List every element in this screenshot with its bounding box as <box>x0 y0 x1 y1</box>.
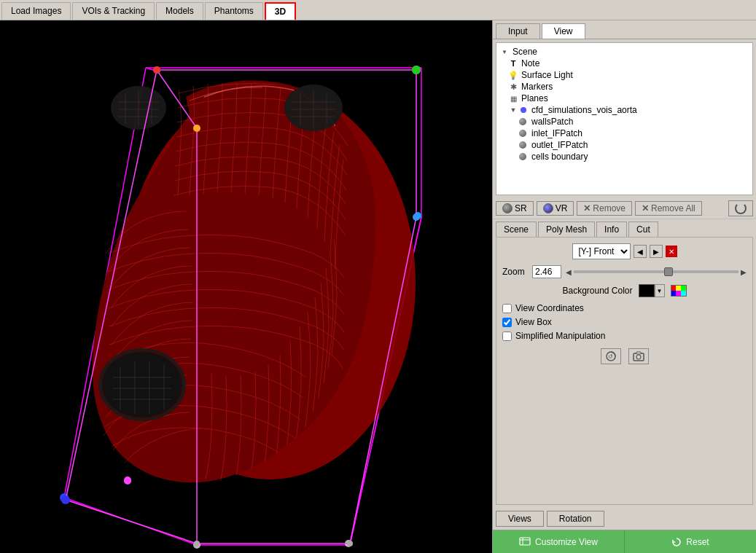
customize-view-button[interactable]: Customize View <box>493 530 625 553</box>
svg-point-57 <box>194 541 200 546</box>
walls-sphere-icon <box>519 118 526 125</box>
svg-rect-63 <box>636 352 641 354</box>
sr-button[interactable]: SR <box>496 201 534 216</box>
viewport-content <box>0 20 492 553</box>
view-box-checkbox[interactable] <box>502 318 512 327</box>
views-button[interactable]: Views <box>496 511 544 527</box>
reset-orientation-icon: ↺ <box>604 350 617 362</box>
cfd-dot-icon <box>521 107 526 113</box>
planes-icon: ▦ <box>508 93 518 103</box>
customize-icon <box>519 537 531 547</box>
tree-item-planes[interactable]: ▦ Planes <box>508 93 749 104</box>
icon-row: ↺ <box>502 348 747 364</box>
vr-button[interactable]: VR <box>537 201 574 216</box>
action-bar: Customize View Reset <box>493 530 756 553</box>
note-icon: T <box>508 58 518 68</box>
rotation-button[interactable]: Rotation <box>547 511 604 527</box>
remove-button[interactable]: ✕ Remove <box>577 201 632 216</box>
snapshot-button[interactable] <box>628 348 649 364</box>
view-coordinates-row: View Coordinates <box>502 303 747 313</box>
view-controls-panel: [Y-] Front[Y+] Back[X-] Left[X+] Right[Z… <box>496 237 753 505</box>
reset-orientation-button[interactable]: ↺ <box>601 348 621 364</box>
remove-all-x-icon: ✕ <box>642 203 649 213</box>
scene-root[interactable]: ▼ Scene <box>499 46 749 58</box>
svg-point-20 <box>102 352 182 417</box>
tree-item-cells-boundary[interactable]: cells boundary <box>517 151 749 162</box>
lower-tab-scene[interactable]: Scene <box>496 221 537 237</box>
markers-icon: ✱ <box>508 82 518 92</box>
refresh-button[interactable] <box>728 200 753 216</box>
zoom-row: Zoom ◀ ▶ <box>502 265 747 278</box>
reset-icon <box>671 537 682 547</box>
cells-sphere-icon <box>519 153 526 160</box>
tab-load-images[interactable]: Load Images <box>1 2 71 20</box>
lower-tab-bar: Scene Poly Mesh Info Cut <box>493 219 756 237</box>
next-view-button[interactable]: ▶ <box>650 245 663 258</box>
lower-tab-info[interactable]: Info <box>596 221 627 237</box>
view-coordinates-label: View Coordinates <box>515 303 584 313</box>
tab-bar: Load Images VOIs & Tracking Models Phant… <box>0 0 756 20</box>
vr-icon <box>543 203 553 213</box>
lower-tab-poly-mesh[interactable]: Poly Mesh <box>538 221 595 237</box>
svg-point-54 <box>193 125 200 132</box>
tree-item-inlet[interactable]: inlet_IFPatch <box>517 128 749 139</box>
sr-icon <box>502 203 513 213</box>
scene-tree: ▼ Scene T Note 💡 Surface Light ✱ Markers… <box>496 42 753 195</box>
zoom-slider-thumb[interactable] <box>664 267 673 276</box>
bottom-button-row: Views Rotation <box>493 508 756 530</box>
tree-item-cfd[interactable]: ▼ cfd_simulations_vois_aorta <box>508 104 749 116</box>
right-panel: Input View ▼ Scene T Note 💡 Surface Ligh… <box>492 20 756 553</box>
view-coordinates-checkbox[interactable] <box>502 304 512 313</box>
zoom-slider-container: ◀ ▶ <box>566 268 747 276</box>
main-content: Input View ▼ Scene T Note 💡 Surface Ligh… <box>0 20 756 553</box>
lower-tab-cut[interactable]: Cut <box>628 221 658 237</box>
view-box-label: View Box <box>515 317 552 327</box>
zoom-decrease-button[interactable]: ◀ <box>566 268 572 276</box>
svg-point-51 <box>153 66 160 74</box>
reset-button[interactable]: Reset <box>625 530 756 553</box>
viewport-3d[interactable] <box>0 20 492 553</box>
simplified-manipulation-label: Simplified Manipulation <box>515 331 605 341</box>
tree-item-markers[interactable]: ✱ Markers <box>508 81 749 93</box>
remove-x-icon: ✕ <box>583 203 591 213</box>
remove-all-button[interactable]: ✕ Remove All <box>635 201 702 216</box>
color-grid-button[interactable] <box>671 285 687 297</box>
tab-view[interactable]: View <box>542 23 585 39</box>
scene-expand-icon: ▼ <box>499 47 510 57</box>
svg-point-56 <box>124 477 131 485</box>
snapshot-icon <box>632 350 645 362</box>
color-picker-group: ▼ <box>639 284 665 297</box>
zoom-slider[interactable] <box>574 270 739 273</box>
svg-point-53 <box>413 213 420 221</box>
tab-phantoms[interactable]: Phantoms <box>205 2 263 20</box>
inlet-sphere-icon <box>519 130 526 137</box>
tab-vois-tracking[interactable]: VOIs & Tracking <box>72 2 155 20</box>
view-box-row: View Box <box>502 317 747 327</box>
render-toolbar: SR VR ✕ Remove ✕ Remove All <box>493 198 756 219</box>
tab-models[interactable]: Models <box>156 2 203 20</box>
zoom-increase-button[interactable]: ▶ <box>741 268 747 276</box>
zoom-value-input[interactable] <box>532 265 561 278</box>
tree-item-outlet[interactable]: outlet_IFPatch <box>517 139 749 151</box>
svg-text:↺: ↺ <box>608 353 613 360</box>
tab-3d[interactable]: 3D <box>265 2 296 20</box>
mesh-svg <box>0 20 492 553</box>
tree-item-note[interactable]: T Note <box>508 58 749 69</box>
close-view-button[interactable]: ✕ <box>666 246 677 257</box>
refresh-icon <box>735 203 747 214</box>
tree-item-surface-light[interactable]: 💡 Surface Light <box>508 69 749 81</box>
panel-tab-bar: Input View <box>493 20 756 39</box>
cfd-expand-icon: ▼ <box>508 105 518 115</box>
color-dropdown-button[interactable]: ▼ <box>655 284 665 297</box>
bg-color-swatch[interactable] <box>639 284 655 297</box>
simplified-manipulation-checkbox[interactable] <box>502 332 512 341</box>
svg-rect-64 <box>520 538 530 545</box>
svg-point-52 <box>412 66 421 74</box>
tree-item-walls[interactable]: wallsPatch <box>517 116 749 128</box>
view-preset-select[interactable]: [Y-] Front[Y+] Back[X-] Left[X+] Right[Z… <box>572 243 631 259</box>
outlet-sphere-icon <box>519 141 526 149</box>
tab-input[interactable]: Input <box>496 23 540 39</box>
svg-point-58 <box>347 541 353 546</box>
prev-view-button[interactable]: ◀ <box>634 245 647 258</box>
svg-point-55 <box>61 495 70 504</box>
